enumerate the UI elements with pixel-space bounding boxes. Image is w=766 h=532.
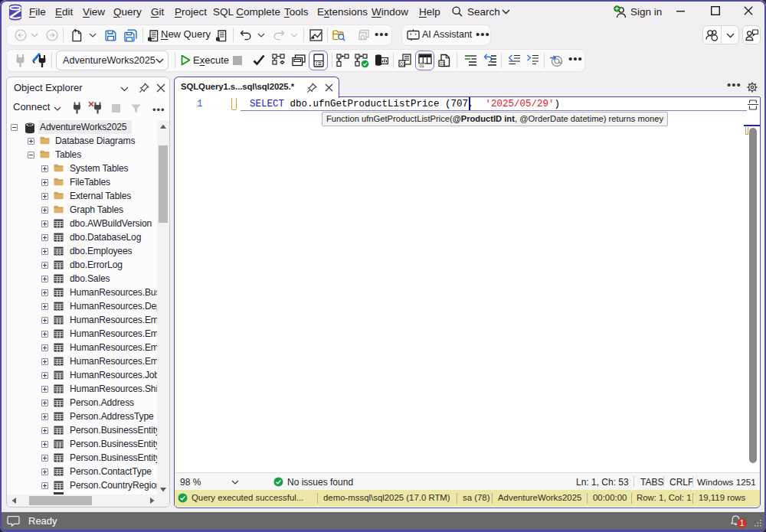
svg-text:01: 01 bbox=[440, 61, 445, 66]
svg-text:01: 01 bbox=[419, 64, 424, 67]
svg-text:01: 01 bbox=[400, 61, 406, 67]
